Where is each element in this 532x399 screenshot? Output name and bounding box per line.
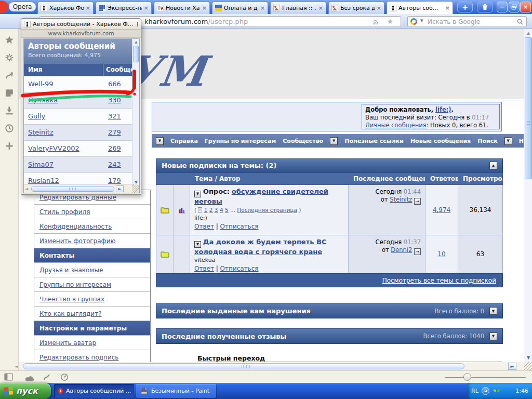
window-minimize-button[interactable]: − — [497, 2, 508, 12]
popup-title-bar[interactable]: Авторы сообщений - Харьков Ф... × — [21, 19, 141, 30]
opera-menu-button[interactable]: Opera — [8, 2, 36, 12]
bookmarks-panel-icon[interactable] — [5, 35, 14, 45]
start-button[interactable]: пуск — [0, 383, 51, 399]
popup-horizontal-scrollbar[interactable]: ◄ ► — [24, 184, 133, 193]
rss-icon[interactable] — [373, 18, 380, 27]
navbar-dropdown-icon[interactable]: ▼ — [156, 137, 164, 145]
view-all-subscriptions-link[interactable]: Посмотреть все темы с подпиской — [382, 277, 496, 284]
goto-first-unread-icon[interactable]: ▼ — [194, 191, 201, 197]
nav-help[interactable]: Справка — [170, 138, 198, 144]
resize-grip[interactable] — [524, 362, 532, 370]
new-tab-button[interactable]: + — [457, 2, 473, 12]
window-close-button[interactable]: × — [520, 2, 531, 12]
popup-vscroll-thumb[interactable] — [133, 46, 139, 62]
sidebar-item-change-avatar[interactable]: Изменить аватар — [34, 336, 150, 350]
popup-resize-grip[interactable] — [132, 184, 139, 193]
sidebar-item-privacy[interactable]: Конфиденциальность — [34, 219, 150, 234]
bookmark-star-icon[interactable]: ★ — [387, 17, 393, 25]
zoom-slider-knob[interactable] — [463, 373, 471, 381]
scroll-right-icon[interactable]: ► — [116, 185, 124, 192]
author-link[interactable]: Sima07 — [28, 157, 54, 172]
tab-home[interactable]: Главная :: ... × — [270, 2, 326, 14]
author-link[interactable]: Steinitz — [28, 125, 54, 140]
closed-tabs-trash-button[interactable] — [477, 2, 493, 12]
author-link[interactable]: Well-99 — [28, 76, 54, 92]
post-count-link[interactable]: 243 — [108, 157, 121, 172]
last-page-link[interactable]: Последняя страница — [237, 207, 297, 213]
reply-link[interactable]: Ответ — [194, 223, 214, 230]
tab-speed-dial[interactable]: Экспресс-па... × — [96, 2, 152, 14]
goto-first-unread-icon[interactable]: ▼ — [194, 241, 201, 248]
post-count-link[interactable]: 269 — [108, 141, 121, 156]
page-link[interactable]: 3 — [215, 207, 218, 213]
post-count-link[interactable]: 321 — [108, 109, 121, 124]
search-engine-dropdown-icon[interactable]: ▼ — [420, 19, 423, 23]
sidebar-item-who-looks-like[interactable]: Кто как выглядит? — [34, 307, 150, 321]
page-link[interactable]: 2 — [209, 207, 213, 213]
goto-last-post-icon[interactable]: → — [414, 198, 421, 205]
community-dropdown-icon[interactable]: ▼ — [330, 137, 338, 145]
post-count-link[interactable]: 330 — [108, 92, 121, 108]
unsubscribe-link[interactable]: Отписаться — [220, 223, 259, 230]
search-dropdown-icon[interactable]: ▼ — [504, 137, 512, 145]
speed-gauge-icon[interactable] — [60, 373, 69, 383]
window-restore-button[interactable] — [509, 2, 520, 12]
tab-close-icon[interactable]: × — [260, 5, 265, 11]
panel-toggle-icon[interactable] — [4, 373, 13, 383]
unsubscribe-link[interactable]: Отписаться — [220, 265, 259, 272]
nav-useful-links[interactable]: Полезные ссылки — [344, 138, 404, 144]
page-vertical-scrollbar[interactable]: ▲ ▼ — [524, 29, 532, 362]
sidebar-item-friends[interactable]: Друзья и знакомые — [34, 263, 150, 277]
private-messages-link[interactable]: Личные сообщения — [365, 122, 427, 129]
sidebar-item-group-memberships[interactable]: Членство в группах — [34, 292, 150, 307]
search-icon[interactable] — [516, 18, 524, 27]
tab-no-term[interactable]: Без срока д... × — [328, 2, 384, 14]
hide-tray-icons-button[interactable]: ◄ — [482, 387, 489, 395]
sidebar-item-social-groups[interactable]: Группы по интересам — [34, 277, 150, 292]
expand-down-icon[interactable]: ▼ — [489, 332, 497, 340]
vertical-scroll-thumb[interactable] — [525, 37, 532, 179]
scroll-down-icon[interactable]: ▼ — [524, 355, 532, 360]
taskbar-item-opera[interactable]: Авторы сообщений ... — [54, 384, 134, 398]
notes-panel-icon[interactable] — [5, 88, 14, 98]
popup-restore-icon[interactable] — [137, 22, 138, 26]
page-link[interactable]: 5 — [225, 207, 229, 213]
reply-link[interactable]: Ответ — [194, 265, 214, 272]
nav-navigation[interactable]: Навигация — [519, 138, 524, 144]
replies-count-link[interactable]: 4,974 — [433, 206, 450, 214]
messenger-butterfly-icon[interactable] — [493, 388, 501, 395]
tab-close-icon[interactable]: × — [445, 5, 450, 11]
scroll-up-icon[interactable]: ▲ — [133, 40, 139, 44]
unite-status-icon[interactable] — [43, 373, 51, 383]
taskbar-item-paint[interactable]: Безымянный - Paint — [136, 384, 216, 398]
google-search-input[interactable]: ▼ Искать в Google — [407, 16, 527, 27]
scroll-left-icon[interactable]: ◄ — [25, 187, 28, 191]
scroll-up-icon[interactable]: ▲ — [524, 31, 532, 35]
tab-close-icon[interactable]: × — [144, 5, 149, 11]
horizontal-scroll-thumb[interactable] — [23, 363, 464, 369]
post-count-link[interactable]: 666 — [108, 76, 121, 92]
collapse-up-icon[interactable]: ▲ — [489, 162, 497, 169]
page-link[interactable]: 4 — [220, 207, 223, 213]
expand-down-icon[interactable]: ▼ — [489, 307, 497, 315]
replies-count-link[interactable]: 10 — [437, 250, 445, 258]
sidebar-item-edit-signature[interactable]: Редактировать подпись — [34, 350, 150, 362]
author-link[interactable]: Лунявка — [28, 92, 58, 108]
last-poster-link[interactable]: Denni2 — [391, 246, 412, 254]
last-poster-link[interactable]: Steinitz — [390, 196, 412, 203]
page-link[interactable]: 1 — [204, 207, 208, 213]
sidebar-item-profile-style[interactable]: Стиль профиля — [34, 205, 150, 219]
nav-community[interactable]: Сообщество — [283, 138, 323, 144]
sidebar-item-change-photo[interactable]: Изменить фотографию — [34, 234, 150, 248]
username-link[interactable]: life:) — [435, 106, 451, 113]
popup-vertical-scrollbar[interactable]: ▲ ▼ — [132, 39, 139, 185]
tab-kharkov-forum[interactable]: Харьков Фо... × — [37, 2, 94, 14]
scroll-left-icon[interactable]: ◄ — [15, 364, 18, 369]
tab-payment[interactable]: Оплата и д... × — [212, 2, 268, 14]
unite-panel-icon[interactable] — [5, 71, 14, 80]
tab-close-icon[interactable]: × — [318, 5, 323, 11]
scroll-down-icon[interactable]: ▼ — [133, 180, 139, 184]
tab-close-icon[interactable]: × — [377, 5, 381, 11]
add-panel-icon[interactable] — [5, 141, 14, 151]
page-horizontal-scrollbar[interactable]: ◄ ► — [19, 362, 524, 370]
